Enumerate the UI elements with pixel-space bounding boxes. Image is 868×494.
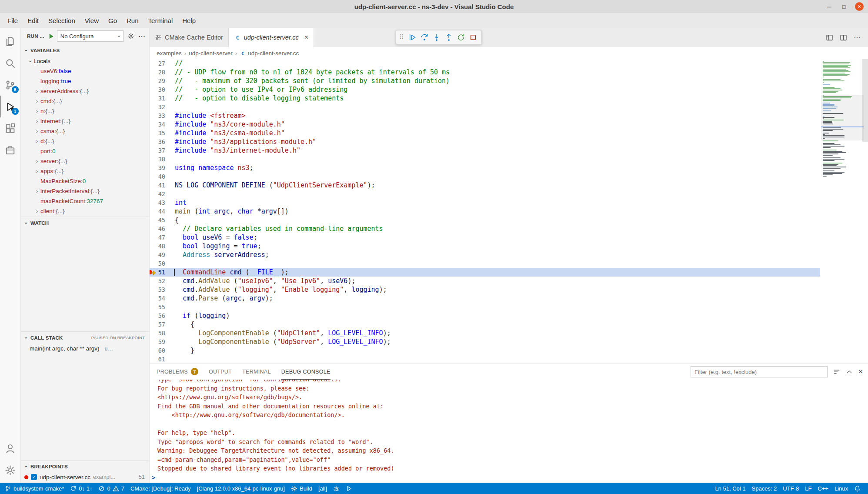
variable-row[interactable]: ›apps: {...} [21, 166, 149, 176]
status-cmake-debug[interactable] [330, 483, 343, 494]
gutter-glyph-margin[interactable] [150, 303, 157, 311]
variable-row[interactable]: logging: true [21, 76, 149, 86]
code-text[interactable]: if (logging) [165, 311, 230, 320]
status-cmake-status[interactable]: CMake: [Debug]: Ready [127, 483, 194, 494]
activity-extensions[interactable] [0, 117, 21, 139]
gutter-glyph-margin[interactable] [150, 355, 157, 364]
editor-tab-udp-client-server-cc[interactable]: Cudp-client-server.cc× [229, 28, 314, 47]
activity-account[interactable] [0, 437, 21, 459]
panel-tab-output[interactable]: OUTPUT [209, 364, 232, 380]
variable-row[interactable]: ›d: {...} [21, 136, 149, 146]
menu-terminal[interactable]: Terminal [144, 15, 178, 26]
debug-config-dropdown[interactable]: No Configura › [57, 30, 124, 42]
gutter-glyph-margin[interactable] [150, 268, 157, 277]
code-text[interactable] [165, 155, 175, 164]
gutter-glyph-margin[interactable] [150, 120, 157, 129]
breakpoints-section-header[interactable]: › BREAKPOINTS [21, 461, 149, 472]
maximize-panel-icon[interactable] [846, 368, 853, 375]
status-language-mode[interactable]: C++ [815, 483, 831, 494]
step-into-button[interactable] [431, 32, 442, 43]
code-text[interactable]: #include "ns3/internet-module.h" [165, 146, 300, 155]
status-remote-os[interactable]: Linux [831, 483, 851, 494]
close-button[interactable]: × [855, 2, 864, 11]
variable-row[interactable]: ›serverAddress: {...} [21, 86, 149, 96]
close-tab-icon[interactable]: × [304, 33, 308, 41]
activity-settings[interactable] [0, 459, 21, 481]
console-filter-input[interactable] [691, 366, 828, 377]
gutter-glyph-margin[interactable] [150, 277, 157, 285]
status-cmake-build[interactable]: Build [288, 483, 315, 494]
breakpoint-row[interactable]: ✓udp-client-server.ccexampl...51 [21, 472, 149, 482]
gutter-glyph-margin[interactable] [150, 250, 157, 259]
activity-source-control[interactable]: 6 [0, 74, 21, 96]
code-text[interactable] [165, 355, 175, 364]
editor-scrollbar[interactable] [862, 59, 868, 142]
start-debugging-button[interactable] [48, 33, 54, 40]
gutter-glyph-margin[interactable] [150, 146, 157, 155]
variable-row[interactable]: maxPacketCount: 32767 [21, 196, 149, 206]
variable-row[interactable]: port: 0 [21, 146, 149, 156]
panel-tab-problems[interactable]: PROBLEMS7 [157, 364, 198, 380]
drag-handle-icon[interactable]: ⠿ [399, 33, 404, 41]
code-text[interactable]: bool useV6 = false; [165, 233, 257, 242]
gutter-glyph-margin[interactable] [150, 329, 157, 337]
code-text[interactable]: // Declare variables used in command-lin… [165, 224, 383, 233]
gutter-glyph-margin[interactable] [150, 346, 157, 355]
breadcrumb-item-udp-client-server[interactable]: udp-client-server [189, 50, 233, 57]
gutter-glyph-margin[interactable] [150, 294, 157, 303]
call-stack-section-header[interactable]: › CALL STACK PAUSED ON BREAKPOINT [21, 332, 149, 344]
code-text[interactable]: #include <fstream> [165, 111, 246, 120]
status-indentation[interactable]: Spaces: 2 [749, 483, 780, 494]
activity-cmake-tools[interactable] [0, 139, 21, 161]
code-text[interactable]: #include "ns3/csma-module.h" [165, 129, 285, 137]
status-git-sync[interactable]: 0↓ 1↑ [67, 483, 95, 494]
close-panel-icon[interactable]: × [858, 367, 863, 376]
menu-edit[interactable]: Edit [23, 15, 43, 26]
more-actions-icon[interactable]: ⋯ [854, 33, 861, 42]
variable-row[interactable]: MaxPacketSize: 0 [21, 176, 149, 186]
menu-go[interactable]: Go [103, 15, 122, 26]
code-editor[interactable]: 27//28// - UDP flow from n0 to n1 of 102… [150, 59, 868, 364]
gutter-glyph-margin[interactable] [150, 198, 157, 207]
code-text[interactable]: // [165, 59, 183, 68]
menu-help[interactable]: Help [177, 15, 200, 26]
breadcrumb-item-udp-client-server-cc[interactable]: Cudp-client-server.cc [240, 50, 299, 57]
panel-tab-terminal[interactable]: TERMINAL [242, 364, 271, 380]
status-encoding[interactable]: UTF-8 [780, 483, 802, 494]
code-text[interactable]: LogComponentEnable ("UdpServer", LOG_LEV… [165, 337, 391, 346]
split-editor-icon[interactable] [840, 34, 847, 41]
gutter-glyph-margin[interactable] [150, 94, 157, 103]
code-text[interactable]: main (int argc, char *argv[]) [165, 207, 289, 216]
status-cmake-target[interactable]: [all] [315, 483, 330, 494]
gutter-glyph-margin[interactable] [150, 129, 157, 137]
gutter-glyph-margin[interactable] [150, 103, 157, 111]
gutter-glyph-margin[interactable] [150, 337, 157, 346]
variable-row[interactable]: ›internet: {...} [21, 116, 149, 126]
code-text[interactable]: // - option to use IPv4 or IPv6 addressi… [165, 85, 347, 94]
status-cmake-kit[interactable]: [Clang 12.0.0 x86_64-pc-linux-gnu] [194, 483, 288, 494]
code-text[interactable]: int [165, 198, 187, 207]
console-input[interactable]: > [152, 473, 868, 483]
gutter-glyph-margin[interactable] [150, 77, 157, 85]
gutter-glyph-margin[interactable] [150, 190, 157, 198]
breakpoint-checkbox[interactable]: ✓ [31, 474, 37, 480]
gutter-glyph-margin[interactable] [150, 172, 157, 181]
continue-button[interactable] [407, 32, 417, 43]
variable-row[interactable]: ›n: {...} [21, 106, 149, 116]
debug-more-actions-button[interactable]: ⋯ [138, 32, 146, 40]
code-text[interactable]: { [165, 320, 194, 329]
minimize-button[interactable]: ─ [825, 3, 833, 10]
code-text[interactable]: } [165, 346, 194, 355]
editor-tab-cmake-cache-editor[interactable]: CMake Cache Editor [150, 28, 229, 47]
breadcrumb-item-examples[interactable]: examples [157, 50, 182, 57]
code-text[interactable]: #include "ns3/applications-module.h" [165, 137, 316, 146]
code-text[interactable] [165, 103, 175, 111]
step-over-button[interactable] [419, 32, 430, 43]
minimap[interactable] [823, 59, 862, 177]
gutter-glyph-margin[interactable] [150, 216, 157, 224]
gutter-glyph-margin[interactable] [150, 155, 157, 164]
variable-row[interactable]: ›cmd: {...} [21, 96, 149, 106]
activity-search[interactable] [0, 52, 21, 74]
gutter-glyph-margin[interactable] [150, 181, 157, 190]
gutter-glyph-margin[interactable] [150, 59, 157, 68]
